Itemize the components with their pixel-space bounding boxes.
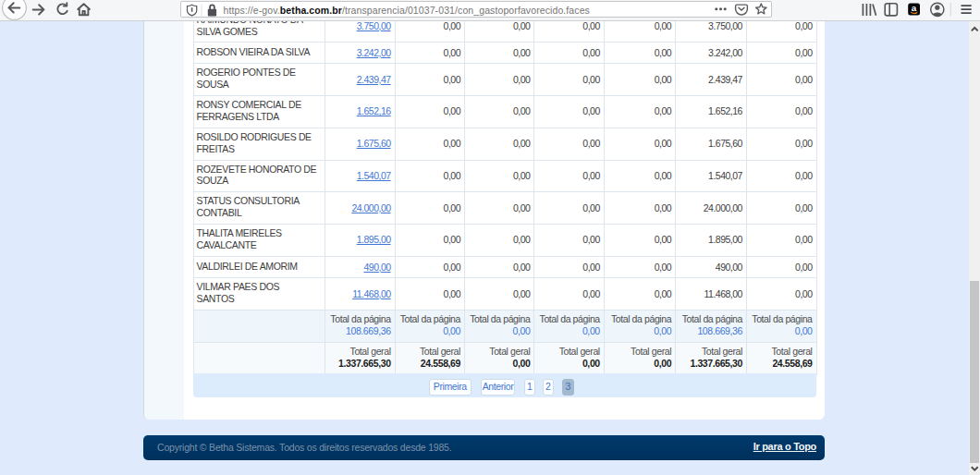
svg-text:a: a [912, 3, 917, 13]
